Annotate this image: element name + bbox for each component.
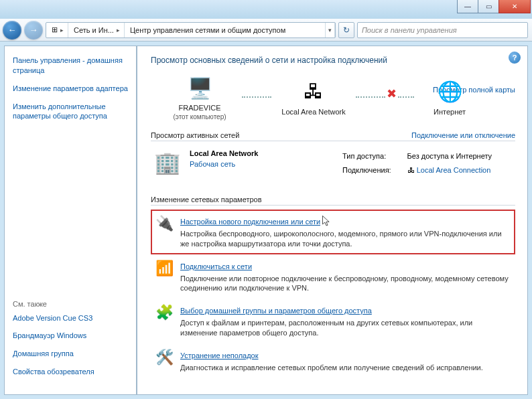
chevron-down-icon: ▾	[328, 27, 332, 33]
forward-button[interactable]: →	[24, 21, 43, 39]
task-homegroup[interactable]: 🧩 Выбор домашней группы и параметров общ…	[151, 299, 515, 343]
connect-disconnect-link[interactable]: Подключение или отключение	[411, 131, 515, 139]
maximize-button[interactable]: ▭	[478, 0, 499, 13]
task-desc: Подключение или повторное подключение к …	[180, 274, 511, 294]
computer-icon: 🖥️	[186, 74, 214, 101]
section-active-networks: Просмотр активных сетей Подключение или …	[151, 131, 515, 141]
net-node-lan[interactable]: 🖧 Local Area Network	[277, 78, 350, 117]
task-desc: Настройка беспроводного, широкополосного…	[180, 229, 511, 249]
task-title[interactable]: Настройка нового подключения или сети	[180, 218, 320, 226]
chevron-right-icon: ▸	[117, 27, 120, 33]
net-node-computer[interactable]: 🖥️ FRADEVICE (этот компьютер)	[163, 74, 237, 121]
sidebar-seealso-1[interactable]: Adobe Version Cue CS3	[13, 313, 128, 323]
troubleshoot-icon: 🛠️	[155, 349, 174, 366]
task-desc: Доступ к файлам и принтерам, расположенн…	[180, 318, 511, 338]
section-change-settings: Изменение сетевых параметров	[151, 195, 515, 206]
network-name: Local Area Network	[190, 149, 258, 157]
work-network-icon: 🏢	[153, 149, 182, 176]
network-properties: Тип доступа:Без доступа к Интернету Подк…	[341, 149, 515, 179]
add-connection-icon: 🔌	[155, 215, 174, 232]
help-icon[interactable]: ?	[509, 52, 521, 64]
active-network: 🏢 Local Area Network Рабочая сеть Тип до…	[151, 145, 515, 185]
breadcrumb-seg-1[interactable]: Сеть и Ин...▸	[68, 23, 125, 37]
connect-icon: 📶	[155, 260, 174, 277]
back-button[interactable]: ←	[3, 21, 21, 39]
sidebar-seealso-2[interactable]: Брандмауэр Windows	[13, 331, 128, 341]
network-icon: 🖧	[300, 78, 328, 105]
breadcrumb-dropdown[interactable]: ▾	[326, 23, 335, 37]
lan-mini-icon: 🖧	[407, 166, 415, 174]
sidebar-link-sharing[interactable]: Изменить дополнительные параметры общего…	[13, 102, 128, 122]
page-title: Просмотр основных сведений о сети и наст…	[151, 56, 515, 65]
task-desc: Диагностика и исправление сетевых пробле…	[180, 363, 511, 373]
cursor-icon	[322, 215, 331, 227]
close-button[interactable]: ✕	[498, 0, 531, 13]
content: Панель управления - домашняя страница Из…	[0, 42, 532, 399]
task-title[interactable]: Устранение неполадок	[180, 351, 259, 360]
task-troubleshoot[interactable]: 🛠️ Устранение неполадок Диагностика и ис…	[151, 343, 515, 378]
main-panel: ? Просмотр основных сведений о сети и на…	[137, 46, 528, 395]
connection-error-icon: ✖	[387, 86, 397, 101]
sidebar-seealso-4[interactable]: Свойства обозревателя	[13, 367, 128, 377]
breadcrumb-root[interactable]: ⊞▸	[46, 23, 68, 37]
globe-icon: 🌐	[436, 78, 464, 105]
homegroup-icon: 🧩	[155, 304, 174, 321]
sidebar: Панель управления - домашняя страница Из…	[4, 46, 137, 395]
breadcrumb[interactable]: ⊞▸ Сеть и Ин...▸ Центр управления сетями…	[46, 22, 336, 38]
network-map: 🖥️ FRADEVICE (этот компьютер) 🖧 Local Ar…	[163, 74, 515, 121]
sidebar-seealso-3[interactable]: Домашняя группа	[13, 349, 128, 359]
titlebar: — ▭ ✕	[0, 0, 532, 19]
task-connect-network[interactable]: 📶 Подключиться к сети Подключение или по…	[151, 254, 515, 299]
task-setup-connection[interactable]: 🔌 Настройка нового подключения или сети …	[151, 210, 515, 254]
net-node-internet[interactable]: 🌐 Интернет	[419, 78, 480, 117]
minimize-button[interactable]: —	[457, 0, 478, 13]
breadcrumb-seg-2[interactable]: Центр управления сетями и общим доступом	[125, 23, 326, 37]
net-line	[398, 96, 414, 98]
task-title[interactable]: Подключиться к сети	[180, 262, 252, 270]
sidebar-link-home[interactable]: Панель управления - домашняя страница	[13, 56, 128, 76]
refresh-button[interactable]: ↻	[338, 22, 354, 38]
navbar: ← → ⊞▸ Сеть и Ин...▸ Центр управления се…	[0, 19, 532, 42]
sidebar-link-adapter[interactable]: Изменение параметров адаптера	[13, 84, 128, 94]
network-type-link[interactable]: Рабочая сеть	[190, 160, 235, 168]
net-line	[242, 96, 271, 98]
chevron-right-icon: ▸	[60, 27, 64, 33]
search-input[interactable]: Поиск в панели управления	[357, 22, 528, 38]
see-also-heading: См. также	[13, 300, 128, 308]
net-line	[356, 96, 385, 98]
task-title[interactable]: Выбор домашней группы и параметров общег…	[180, 307, 372, 315]
connection-link[interactable]: Local Area Connection	[417, 166, 491, 174]
control-panel-icon: ⊞	[52, 25, 58, 34]
